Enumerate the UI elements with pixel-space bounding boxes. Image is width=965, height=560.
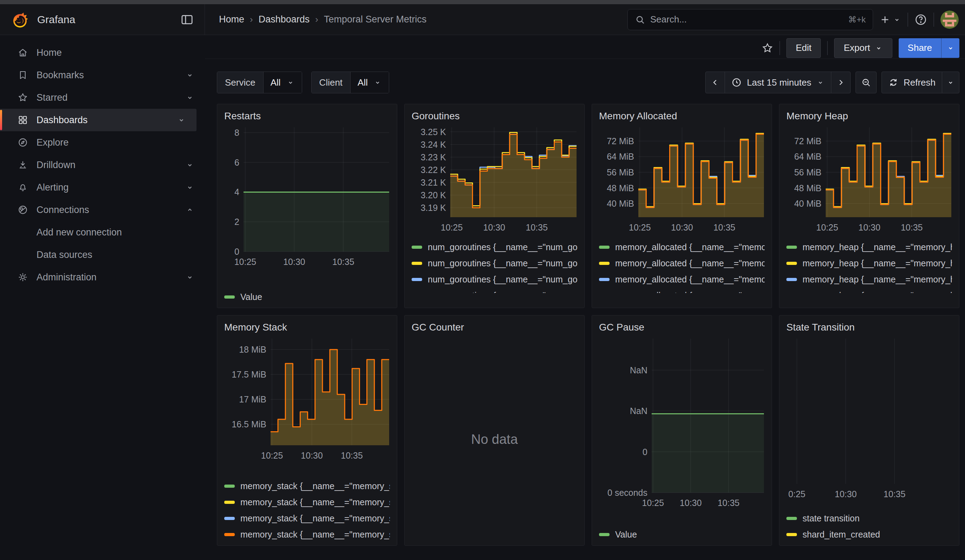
legend-item[interactable]: Value: [599, 526, 765, 542]
chart-state-transition[interactable]: 0:2510:3010:35: [787, 336, 952, 502]
sidebar-item-explore[interactable]: Explore: [0, 131, 205, 154]
legend-swatch: [599, 246, 610, 249]
panel-memory-heap: Memory Heap40 MiB48 MiB56 MiB64 MiB72 Mi…: [779, 104, 959, 308]
legend-swatch: [599, 278, 610, 281]
panel-grid: Restarts0246810:2510:3010:35ValueGorouti…: [217, 104, 959, 545]
legend-swatch: [787, 246, 797, 249]
chevron-down-icon[interactable]: [185, 273, 195, 282]
add-new-button[interactable]: [879, 14, 901, 25]
chevron-down-icon[interactable]: [185, 70, 195, 80]
y-tick-label: 3.24 K: [421, 140, 447, 149]
chart-goroutines[interactable]: 3.19 K3.20 K3.21 K3.22 K3.23 K3.24 K3.25…: [412, 125, 577, 235]
chevron-up-icon[interactable]: [185, 205, 195, 214]
legend-item[interactable]: num_goroutines {__name__="num_go: [412, 255, 577, 271]
legend-item[interactable]: memory_heap {__name__="memory_h: [787, 271, 952, 287]
favorite-star-icon[interactable]: [762, 42, 773, 54]
legend-label: state transition: [803, 513, 860, 524]
export-button[interactable]: Export: [834, 38, 892, 58]
chevron-down-icon[interactable]: [185, 93, 195, 102]
legend-item[interactable]: memory_stack {__name__="memory_s: [224, 478, 390, 494]
grafana-logo-icon[interactable]: [10, 10, 29, 29]
search-input-wrap[interactable]: ⌘+k: [627, 9, 873, 30]
home-icon: [18, 47, 28, 58]
legend-item[interactable]: memory_allocated {__name__="memo: [599, 239, 765, 255]
sidebar-item-data-sources[interactable]: Data sources: [0, 243, 205, 266]
sidebar-item-starred[interactable]: Starred: [0, 87, 205, 109]
dashboard-toolbar: Edit Export Share: [205, 35, 965, 59]
y-tick-label: 72 MiB: [794, 136, 821, 146]
legend-item[interactable]: state transition: [787, 510, 952, 526]
chart-memory-allocated[interactable]: 40 MiB48 MiB56 MiB64 MiB72 MiB10:2510:30…: [599, 125, 765, 235]
legend-item[interactable]: memory_heap {__name__="memory_h: [787, 255, 952, 271]
y-tick-label: 40 MiB: [607, 199, 634, 208]
edit-button[interactable]: Edit: [787, 38, 821, 58]
panel-legend: Value: [599, 525, 765, 542]
legend-item[interactable]: memory_stack {__name__="memory_s: [224, 526, 390, 542]
legend-item[interactable]: num_goroutines {__name__="num_go: [412, 287, 577, 293]
zoom-out-button[interactable]: [855, 72, 877, 93]
refresh-icon: [888, 77, 899, 88]
help-icon[interactable]: [914, 13, 927, 26]
sidebar-item-home[interactable]: Home: [0, 41, 205, 64]
chart-gc-pause[interactable]: 0 seconds0NaNNaN10:2510:3010:35: [599, 336, 765, 511]
chart-memory-stack[interactable]: 16.5 MiB17 MiB17.5 MiB18 MiB10:2510:3010…: [224, 336, 390, 464]
panel-title[interactable]: Restarts: [224, 111, 390, 122]
panel-title[interactable]: GC Pause: [599, 322, 765, 333]
legend-label: memory_heap {__name__="memory_h: [803, 291, 952, 293]
legend-item[interactable]: shard_item_created: [787, 526, 952, 542]
sidebar-item-add-new-connection[interactable]: Add new connection: [0, 221, 205, 243]
app-header: Grafana Home › Dashboards › Temporal Ser…: [0, 4, 965, 35]
panel-title[interactable]: Goroutines: [412, 111, 577, 122]
legend-item[interactable]: memory_allocated {__name__="memo: [599, 255, 765, 271]
search-input[interactable]: [650, 14, 843, 25]
sidebar-item-alerting[interactable]: Alerting: [0, 176, 205, 199]
refresh-interval-chevron[interactable]: [942, 72, 959, 93]
x-tick-label: 10:35: [718, 498, 740, 508]
client-filter-value[interactable]: All: [350, 72, 389, 93]
sidebar-item-connections[interactable]: Connections: [0, 199, 205, 221]
breadcrumb-dashboards[interactable]: Dashboards: [258, 14, 310, 25]
legend-item[interactable]: num_goroutines {__name__="num_go: [412, 239, 577, 255]
legend-item[interactable]: Value: [224, 289, 390, 305]
sidebar-item-dashboards[interactable]: Dashboards: [0, 109, 196, 131]
share-options-chevron[interactable]: [941, 38, 959, 58]
panel-title[interactable]: Memory Allocated: [599, 111, 765, 122]
sidebar-item-drilldown[interactable]: Drilldown: [0, 154, 205, 176]
time-back-button[interactable]: [705, 72, 725, 93]
y-tick-label: 72 MiB: [607, 136, 634, 146]
sidebar-item-administration[interactable]: Administration: [0, 266, 205, 289]
y-tick-label: 6: [234, 158, 239, 167]
chevron-down-icon[interactable]: [185, 183, 195, 192]
breadcrumb-home[interactable]: Home: [219, 14, 244, 25]
legend-item[interactable]: memory_stack {__name__="memory_s: [224, 510, 390, 526]
legend-item[interactable]: memory_allocated {__name__="memo: [599, 271, 765, 287]
chevron-down-icon[interactable]: [177, 116, 186, 124]
chevron-down-icon[interactable]: [185, 160, 195, 170]
legend-item[interactable]: memory_stack {__name__="memory_s: [224, 494, 390, 510]
y-tick-label: 48 MiB: [794, 183, 821, 193]
service-filter: Service All: [217, 72, 302, 93]
legend-label: shard_item_created: [803, 529, 880, 540]
legend-item[interactable]: memory_heap {__name__="memory_h: [787, 287, 952, 293]
panel-title[interactable]: Memory Heap: [787, 111, 952, 122]
refresh-button[interactable]: Refresh: [882, 72, 942, 93]
service-filter-value[interactable]: All: [263, 72, 302, 93]
panel-title[interactable]: Memory Stack: [224, 322, 390, 333]
sidebar-item-bookmarks[interactable]: Bookmarks: [0, 64, 205, 87]
time-forward-button[interactable]: [831, 72, 851, 93]
legend-item[interactable]: memory_heap {__name__="memory_h: [787, 239, 952, 255]
compass-icon: [18, 137, 28, 148]
panel-legend: memory_stack {__name__="memory_smemory_s…: [224, 477, 390, 542]
sidebar-item-label: Drilldown: [36, 160, 177, 171]
legend-item[interactable]: memory_allocated {__name__="memo: [599, 287, 765, 293]
chart-restarts[interactable]: 0246810:2510:3010:35: [224, 125, 390, 270]
sidebar-toggle-icon[interactable]: [180, 13, 194, 27]
time-range-picker[interactable]: Last 15 minutes: [725, 72, 831, 93]
legend-item[interactable]: num_goroutines {__name__="num_go: [412, 271, 577, 287]
avatar[interactable]: [940, 11, 959, 29]
header-divider: [934, 13, 934, 27]
panel-title[interactable]: State Transition: [787, 322, 952, 333]
chart-memory-heap[interactable]: 40 MiB48 MiB56 MiB64 MiB72 MiB10:2510:30…: [787, 125, 952, 235]
share-button[interactable]: Share: [899, 38, 941, 58]
panel-title[interactable]: GC Counter: [412, 322, 577, 333]
